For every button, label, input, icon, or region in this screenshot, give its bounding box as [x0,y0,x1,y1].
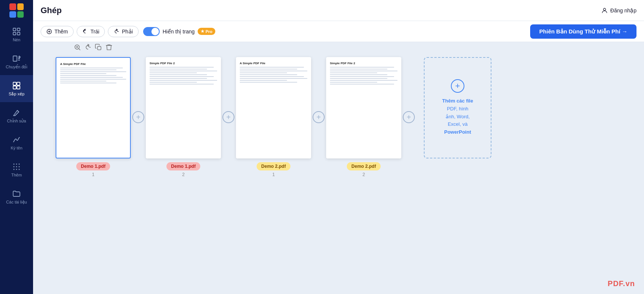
rotate-left-icon [82,29,88,35]
sidebar-item-tai-lieu-label: Các tài liệu [6,200,27,205]
trial-button[interactable]: Phiên Bản Dùng Thử Miễn Phí → [530,24,636,39]
page-line [150,80,217,81]
folder-icon [12,189,21,198]
svg-point-15 [14,169,15,170]
watermark: PDF.vn [608,279,635,288]
sidebar-item-ky-ten[interactable]: Ký tên [0,129,33,156]
svg-rect-0 [13,28,16,31]
canvas-area: A Simple PDF File Demo 1.pdf 1 + [33,42,644,294]
apps-icon [12,162,21,171]
sidebar-item-sap-xep[interactable]: Sắp xếp [0,75,33,102]
svg-rect-3 [17,32,20,35]
page-line [60,73,106,74]
file-label-2: Demo 1.pdf [166,162,200,170]
sidebar-item-chinh-sua[interactable]: Chỉnh sửa [0,102,33,129]
svg-point-14 [19,166,20,167]
page-card-2[interactable]: Simple PDF File 2 [146,57,221,158]
copy-page-icon[interactable] [95,44,102,51]
logo-cell-blue [9,11,16,18]
toolbar: Thêm Trái Phải Hiển thị trang ★ Pro [33,21,644,42]
svg-rect-8 [17,86,20,89]
page-line [150,72,197,73]
right-rotate-button[interactable]: Phải [108,26,138,37]
convert-icon [12,54,21,63]
svg-point-13 [16,166,17,167]
page-line [330,74,387,75]
svg-rect-6 [17,82,20,85]
sidebar-item-chuyen-doi-label: Chuyển đổi [6,65,27,69]
sidebar-item-ky-ten-label: Ký tên [11,146,22,150]
page-card-3[interactable]: A Simple PDF File [236,57,311,158]
add-after-last[interactable]: + [403,111,415,123]
page-card-1[interactable]: A Simple PDF File [56,57,131,158]
logo-cell-green [17,11,24,18]
page-line [150,78,207,79]
sidebar-item-nen[interactable]: Nén [0,21,33,48]
page-line [150,82,197,83]
page-doc-title-1: A Simple PDF File [60,62,126,66]
svg-rect-4 [13,56,17,61]
app-header: Ghép Đăng nhập [33,0,644,21]
page-line [330,84,394,84]
page-doc-title-3: A Simple PDF File [240,62,307,65]
add-button[interactable]: Thêm [41,26,74,37]
file-label-3: Demo 2.pdf [257,162,290,170]
left-rotate-button[interactable]: Trái [77,26,105,37]
sidebar-item-chuyen-doi[interactable]: Chuyển đổi [0,48,33,75]
trial-button-label: Phiên Bản Dùng Thử Miễn Phí → [539,28,627,35]
file-label-1: Demo 1.pdf [76,162,110,170]
page-line [60,75,116,76]
app-logo [0,0,33,21]
rotate-right-icon [113,29,119,35]
delete-page-icon[interactable] [105,44,113,51]
sidebar-item-tai-lieu[interactable]: Các tài liệu [0,183,33,210]
add-button-label: Thêm [54,29,68,35]
plus-separator-3: + [311,111,326,123]
sidebar-item-them[interactable]: Thêm [0,156,33,183]
svg-rect-1 [17,28,20,31]
page-line [60,79,126,80]
zoom-icon[interactable] [74,44,81,51]
add-icon [46,29,52,35]
page-line [240,67,304,68]
page-line [60,69,116,70]
page-line [60,68,123,68]
show-page-toggle[interactable] [143,27,160,36]
sidebar-item-chinh-sua-label: Chỉnh sửa [7,119,26,124]
left-rotate-label: Trái [91,29,100,35]
page-line [60,71,126,72]
svg-point-17 [19,169,20,170]
page-line [240,74,297,75]
login-button[interactable]: Đăng nhập [601,7,636,14]
grid-icon [12,81,21,90]
svg-point-11 [19,164,20,165]
svg-rect-21 [98,47,101,50]
page-card-4[interactable]: Simple PDF File 2 [326,57,401,158]
login-label: Đăng nhập [610,8,636,14]
page-doc-title-2: Simple PDF File 2 [150,62,217,65]
page-line [150,74,207,75]
add-between-2-3[interactable]: + [222,111,234,123]
toggle-knob [151,28,159,35]
add-file-box[interactable]: + Thêm các file PDF, hình ảnh, Word, Exc… [424,57,491,158]
page-line [150,67,214,68]
page-toggle-wrap: Hiển thị trang ★ Pro [143,27,216,36]
add-between-3-4[interactable]: + [313,111,325,123]
edit-icon [12,108,21,117]
page-line [240,71,307,71]
sidebar-item-them-label: Thêm [11,173,22,177]
svg-rect-7 [13,86,16,89]
page-line [150,69,207,69]
sign-icon [12,135,21,144]
svg-point-9 [14,164,15,165]
logo-cell-red [9,3,16,10]
svg-point-18 [603,8,606,11]
page-line [150,76,214,77]
toggle-label: Hiển thị trang [163,29,195,35]
rotate-page-icon[interactable] [84,44,92,51]
page-item-1: A Simple PDF File Demo 1.pdf 1 [56,57,131,177]
svg-point-12 [14,166,15,167]
add-between-1-2[interactable]: + [132,111,144,123]
page-line [330,76,394,77]
page-line [330,82,377,83]
